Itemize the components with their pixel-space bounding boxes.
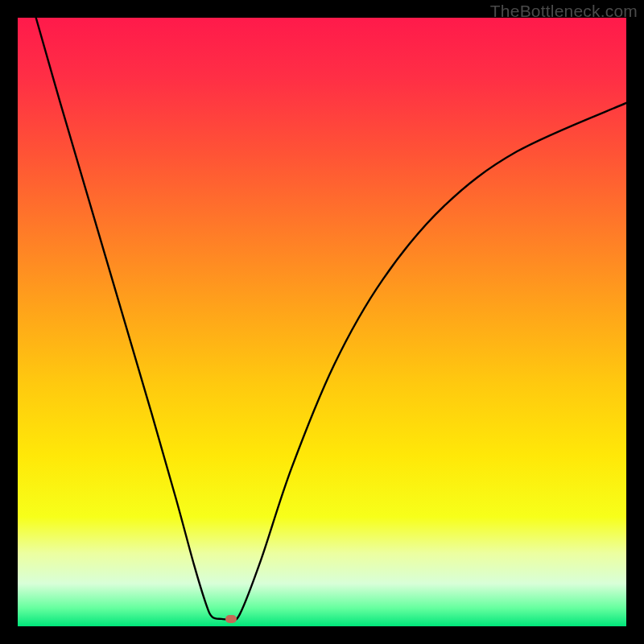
chart-frame: TheBottleneck.com: [0, 0, 644, 644]
optimum-marker: [225, 615, 237, 623]
watermark-label: TheBottleneck.com: [490, 2, 638, 21]
plot-area: [18, 18, 626, 626]
bottleneck-curve: [18, 18, 626, 626]
